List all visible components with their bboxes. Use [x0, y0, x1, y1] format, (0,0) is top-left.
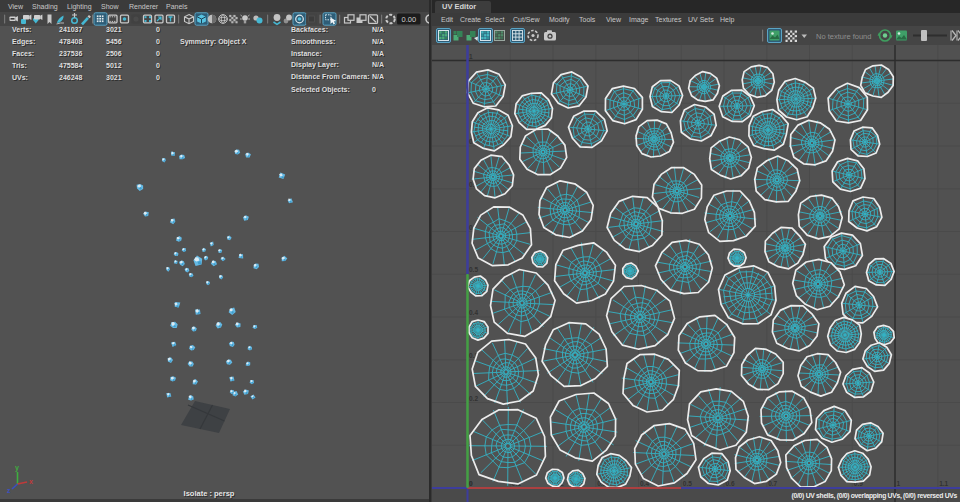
svg-text:0.4: 0.4 — [469, 309, 478, 316]
svg-text:1: 1 — [469, 53, 473, 60]
svg-text:0.00: 0.00 — [401, 15, 416, 24]
svg-text:x: x — [29, 478, 33, 485]
svg-text:0.5: 0.5 — [469, 266, 478, 273]
svg-text:0: 0 — [469, 480, 473, 487]
svg-text:0.2: 0.2 — [469, 395, 478, 402]
svg-text:1.1: 1.1 — [939, 480, 948, 487]
svg-text:0.7: 0.7 — [768, 480, 777, 487]
svg-text:y: y — [15, 464, 19, 472]
svg-text:0.5: 0.5 — [683, 480, 692, 487]
svg-text:1: 1 — [897, 480, 901, 487]
svg-text:No texture found: No texture found — [816, 32, 871, 41]
